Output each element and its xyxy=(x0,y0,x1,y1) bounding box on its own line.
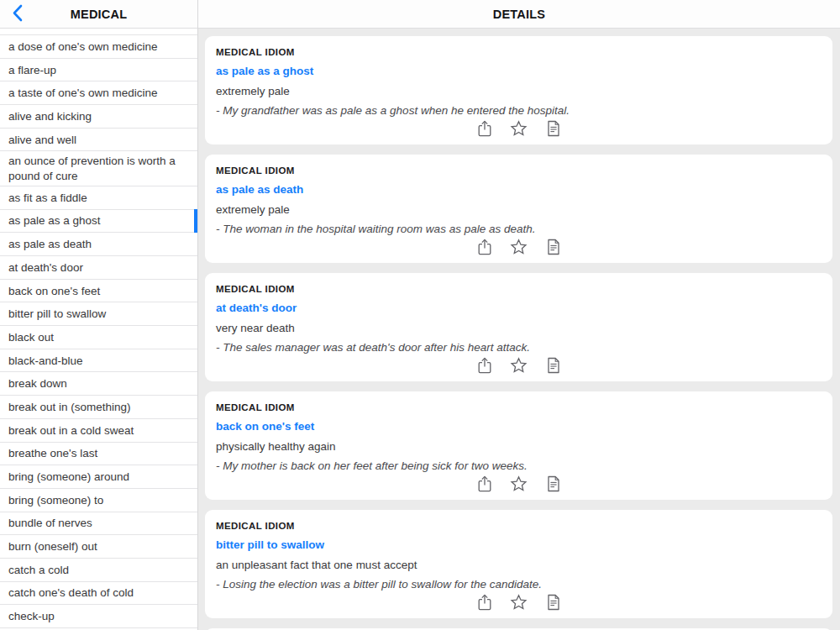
document-icon xyxy=(547,239,560,255)
card-category-label: MEDICAL IDIOM xyxy=(216,47,821,57)
favorite-button[interactable] xyxy=(511,357,528,374)
list-item-label: black out xyxy=(8,331,54,344)
share-icon xyxy=(477,239,492,255)
list-item-label: breathe one's last xyxy=(8,447,97,459)
notes-button[interactable] xyxy=(545,357,562,374)
share-icon xyxy=(477,120,492,137)
share-icon xyxy=(477,357,492,374)
share-icon xyxy=(477,475,492,492)
card-definition: extremely pale xyxy=(216,85,821,97)
document-icon xyxy=(547,594,560,611)
card-actions xyxy=(205,239,832,255)
app-window: MEDICAL a dose of one's own medicine a f… xyxy=(0,0,840,630)
star-icon xyxy=(510,594,528,611)
list-item-label: as pale as a ghost xyxy=(8,214,101,227)
share-button[interactable] xyxy=(476,357,493,374)
card-category-label: MEDICAL IDIOM xyxy=(216,165,821,176)
document-icon xyxy=(547,120,560,137)
card-example: - The sales manager was at death's door … xyxy=(216,341,821,354)
star-icon xyxy=(510,239,528,255)
list-item[interactable]: at death's door xyxy=(0,256,197,280)
list-item-label: as pale as death xyxy=(8,238,92,250)
favorite-button[interactable] xyxy=(511,239,528,255)
list-item-label: back on one's feet xyxy=(8,285,100,297)
list-item[interactable]: bring (someone) around xyxy=(0,465,197,489)
list-item[interactable]: as pale as death xyxy=(0,233,197,256)
card-example: - My mother is back on her feet after be… xyxy=(216,459,821,472)
card-example: - The woman in the hospital waiting room… xyxy=(216,223,821,235)
favorite-button[interactable] xyxy=(511,120,528,137)
list-item-label: as fit as a fiddle xyxy=(8,192,87,204)
list-item[interactable]: as fit as a fiddle xyxy=(0,186,197,210)
back-button[interactable] xyxy=(7,0,28,28)
list-item[interactable]: bundle of nerves xyxy=(0,512,197,536)
idiom-list[interactable]: a dose of one's own medicine a flare-up … xyxy=(0,29,197,630)
share-button[interactable] xyxy=(476,594,493,611)
list-item-label: burn (oneself) out xyxy=(8,540,97,553)
list-item-label: break out in (something) xyxy=(8,401,131,413)
list-item[interactable]: bitter pill to swallow xyxy=(0,302,197,326)
list-item[interactable]: as pale as a ghost xyxy=(0,210,197,234)
list-item[interactable]: burn (oneself) out xyxy=(0,535,197,559)
document-icon xyxy=(547,357,560,374)
card-idiom-link[interactable]: as pale as a ghost xyxy=(216,65,821,77)
list-item-label: bundle of nerves xyxy=(8,517,92,529)
notes-button[interactable] xyxy=(545,594,562,611)
details-title: DETAILS xyxy=(493,8,545,21)
list-item-label: bring (someone) around xyxy=(8,470,129,483)
star-icon xyxy=(510,475,528,492)
card-idiom-link[interactable]: bitter pill to swallow xyxy=(216,538,821,551)
card-definition: an unpleasant fact that one must accept xyxy=(216,559,821,571)
list-item[interactable]: black out xyxy=(0,326,197,349)
card-idiom-link[interactable]: back on one's feet xyxy=(216,420,821,433)
card-idiom-link[interactable]: as pale as death xyxy=(216,183,821,196)
list-item[interactable]: bring (someone) to xyxy=(0,489,197,512)
share-button[interactable] xyxy=(476,120,493,137)
list-item[interactable]: catch a cold xyxy=(0,559,197,582)
selection-indicator xyxy=(194,209,197,234)
card-category-label: MEDICAL IDIOM xyxy=(216,402,821,412)
idiom-card: MEDICAL IDIOM bitter pill to swallow an … xyxy=(205,510,832,618)
idiom-card: MEDICAL IDIOM as pale as a ghost extreme… xyxy=(205,36,832,144)
notes-button[interactable] xyxy=(545,475,562,492)
list-item-label: black-and-blue xyxy=(8,354,83,367)
list-item[interactable]: breathe one's last xyxy=(0,443,197,466)
card-actions xyxy=(205,594,832,611)
list-item[interactable]: a taste of one's own medicine xyxy=(0,81,197,105)
list-item-label: break down xyxy=(8,377,67,390)
list-item[interactable]: catch one's death of cold xyxy=(0,582,197,606)
list-item[interactable]: check-up xyxy=(0,605,197,628)
sidebar-header: MEDICAL xyxy=(0,0,197,29)
list-item-label: break out in a cold sweat xyxy=(8,424,134,437)
list-item-label: a taste of one's own medicine xyxy=(8,87,157,99)
card-category-label: MEDICAL IDIOM xyxy=(216,521,821,531)
list-item[interactable]: break out in (something) xyxy=(0,396,197,419)
list-item[interactable]: an ounce of prevention is worth a pound … xyxy=(0,151,197,186)
list-item[interactable]: a dose of one's own medicine xyxy=(0,35,197,59)
star-icon xyxy=(510,357,528,374)
idiom-card: MEDICAL IDIOM back on one's feet physica… xyxy=(205,391,832,500)
list-item[interactable]: black-and-blue xyxy=(0,349,197,373)
list-item[interactable]: break down xyxy=(0,372,197,396)
card-idiom-link[interactable]: at death's door xyxy=(216,302,821,314)
list-item-label: check-up xyxy=(8,610,55,622)
share-button[interactable] xyxy=(476,239,493,255)
notes-button[interactable] xyxy=(545,120,562,137)
idiom-card: MEDICAL IDIOM at death's door very near … xyxy=(205,273,832,381)
sidebar-panel: MEDICAL a dose of one's own medicine a f… xyxy=(0,0,198,630)
favorite-button[interactable] xyxy=(511,475,528,492)
card-category-label: MEDICAL IDIOM xyxy=(216,284,821,294)
list-item[interactable]: back on one's feet xyxy=(0,280,197,303)
idiom-card: MEDICAL IDIOM as pale as death extremely… xyxy=(205,155,832,263)
share-button[interactable] xyxy=(476,475,493,492)
card-definition: extremely pale xyxy=(216,203,821,216)
sidebar-title: MEDICAL xyxy=(71,8,127,21)
list-item[interactable]: alive and kicking xyxy=(0,105,197,129)
favorite-button[interactable] xyxy=(511,594,528,611)
card-actions xyxy=(205,120,832,137)
list-item[interactable]: alive and well xyxy=(0,129,197,152)
notes-button[interactable] xyxy=(545,239,562,255)
star-icon xyxy=(510,120,528,137)
list-item[interactable]: break out in a cold sweat xyxy=(0,419,197,443)
list-item[interactable]: a flare-up xyxy=(0,59,197,82)
